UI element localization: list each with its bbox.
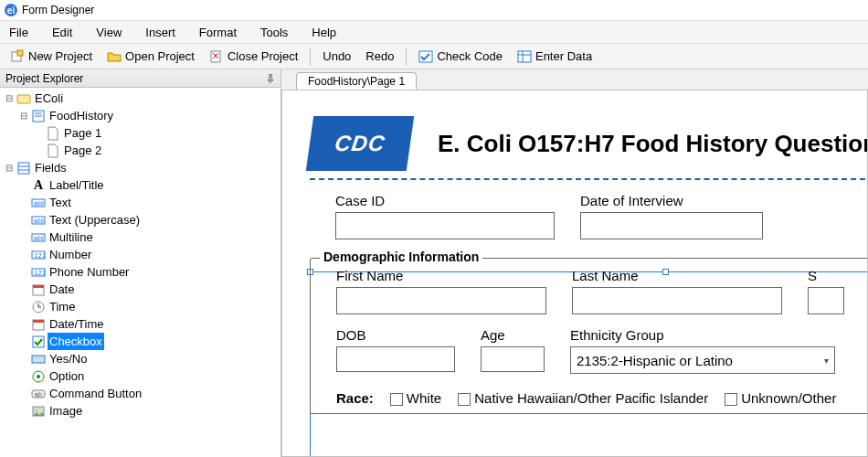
close-project-label: Close Project xyxy=(228,49,298,63)
canvas-area: FoodHistory\Page 1 CDC E. Coli O157:H7 F… xyxy=(281,69,868,457)
window-title: Form Designer xyxy=(22,4,94,16)
svg-rect-15 xyxy=(18,163,29,174)
field-type-text-upper[interactable]: ablText (Uppercase) xyxy=(2,211,279,228)
date-interview-label: Date of Interview xyxy=(580,193,763,208)
page-icon xyxy=(46,143,60,158)
phone-icon: 121 xyxy=(31,265,46,280)
menu-bar: File Edit View Insert Format Tools Help xyxy=(0,20,868,44)
field-type-phone[interactable]: 121Phone Number xyxy=(2,263,279,281)
field-type-checkbox[interactable]: Checkbox xyxy=(2,333,279,350)
field-type-date[interactable]: Date xyxy=(2,281,279,298)
field-type-number[interactable]: 121Number xyxy=(2,246,279,263)
tree-project-node[interactable]: ⊟EColi xyxy=(2,90,279,107)
first-name-label: First Name xyxy=(336,268,546,283)
app-icon: ei xyxy=(4,3,18,17)
close-project-button[interactable]: Close Project xyxy=(203,47,304,67)
page-tab-label: FoodHistory\Page 1 xyxy=(308,75,405,88)
field-type-text[interactable]: ablText xyxy=(2,194,279,211)
field-type-label-title[interactable]: ALabel/Title xyxy=(2,176,279,194)
race-option[interactable]: White xyxy=(390,390,441,406)
project-icon xyxy=(16,91,31,106)
field-type-image[interactable]: Image xyxy=(2,402,279,420)
collapse-icon[interactable]: ⊟ xyxy=(4,90,15,107)
page-tab[interactable]: FoodHistory\Page 1 xyxy=(296,72,417,90)
checkbox-icon xyxy=(725,393,737,406)
s-input[interactable] xyxy=(808,287,844,314)
date-interview-input[interactable] xyxy=(580,212,763,239)
checkbox-icon xyxy=(390,393,403,406)
enter-data-button[interactable]: Enter Data xyxy=(511,47,598,67)
new-project-label: New Project xyxy=(28,49,92,63)
label-icon: A xyxy=(31,178,46,193)
ethnicity-value: 2135:2-Hispanic or Latino xyxy=(577,353,733,368)
toolbar-separator xyxy=(406,48,407,66)
checkbox-icon xyxy=(31,335,46,349)
field-type-option[interactable]: Option xyxy=(2,367,279,385)
design-canvas[interactable]: CDC E. Coli O157:H7 Food History Questio… xyxy=(281,90,868,457)
undo-label: Undo xyxy=(323,49,351,63)
tree-page-node[interactable]: Page 2 xyxy=(2,142,279,159)
svg-text:121: 121 xyxy=(34,251,46,260)
dob-input[interactable] xyxy=(336,346,455,372)
page-label: Page 1 xyxy=(62,124,103,142)
project-tree: ⊟EColi ⊟FoodHistory Page 1 Page 2 ⊟Field… xyxy=(0,88,281,420)
fields-heading: Fields xyxy=(33,159,69,176)
svg-rect-4 xyxy=(211,51,220,62)
toolbar: New Project Open Project Close Project U… xyxy=(0,44,868,69)
ethnicity-dropdown[interactable]: 2135:2-Hispanic or Latino ▾ xyxy=(570,346,835,374)
svg-text:121: 121 xyxy=(34,269,46,277)
svg-rect-34 xyxy=(33,320,44,323)
svg-rect-35 xyxy=(33,336,44,347)
redo-label: Redo xyxy=(365,49,394,63)
date-icon xyxy=(31,282,46,297)
field-type-yesno[interactable]: Yes/No xyxy=(2,350,279,367)
menu-help[interactable]: Help xyxy=(312,26,336,39)
svg-rect-36 xyxy=(32,356,45,363)
age-label: Age xyxy=(481,327,545,343)
field-type-command-button[interactable]: abCommand Button xyxy=(2,385,279,402)
check-code-icon xyxy=(418,49,433,64)
svg-rect-3 xyxy=(17,50,23,56)
open-project-button[interactable]: Open Project xyxy=(101,47,201,67)
svg-text:abl: abl xyxy=(34,234,44,242)
undo-button[interactable]: Undo xyxy=(316,47,357,66)
project-explorer-title: Project Explorer xyxy=(5,72,83,85)
age-input[interactable] xyxy=(481,346,545,372)
pin-icon[interactable] xyxy=(266,74,275,83)
demographic-group[interactable]: Demographic Information First Name Last … xyxy=(310,258,868,414)
new-project-button[interactable]: New Project xyxy=(4,47,99,67)
case-id-input[interactable] xyxy=(335,212,555,239)
close-project-icon xyxy=(209,49,224,64)
field-type-time[interactable]: Time xyxy=(2,298,279,315)
menu-tools[interactable]: Tools xyxy=(260,26,288,39)
fields-icon xyxy=(16,161,31,175)
button-icon: ab xyxy=(31,387,46,401)
redo-button[interactable]: Redo xyxy=(359,47,400,66)
last-name-input[interactable] xyxy=(572,287,782,314)
first-name-input[interactable] xyxy=(336,287,546,314)
svg-rect-8 xyxy=(518,51,531,62)
divider xyxy=(310,178,868,180)
chevron-down-icon: ▾ xyxy=(824,356,829,366)
cdc-logo: CDC xyxy=(306,116,414,171)
field-type-multiline[interactable]: ablMultiline xyxy=(2,228,279,246)
menu-edit[interactable]: Edit xyxy=(52,26,72,39)
menu-format[interactable]: Format xyxy=(199,26,237,39)
tree-fields-node[interactable]: ⊟Fields xyxy=(2,159,279,176)
form-name: FoodHistory xyxy=(48,107,115,124)
menu-insert[interactable]: Insert xyxy=(145,26,175,39)
text-icon: abl xyxy=(31,196,46,210)
check-code-button[interactable]: Check Code xyxy=(412,47,509,67)
race-option[interactable]: Native Hawaiian/Other Pacific Islander xyxy=(458,390,708,406)
tree-page-node[interactable]: Page 1 xyxy=(2,124,279,142)
svg-point-38 xyxy=(37,375,40,378)
field-type-datetime[interactable]: Date/Time xyxy=(2,315,279,333)
collapse-icon[interactable]: ⊟ xyxy=(18,107,29,124)
svg-rect-29 xyxy=(33,285,44,288)
menu-file[interactable]: File xyxy=(9,26,28,39)
tree-form-node[interactable]: ⊟FoodHistory xyxy=(2,107,279,124)
race-option[interactable]: Unknown/Other xyxy=(725,390,836,406)
collapse-icon[interactable]: ⊟ xyxy=(4,159,15,176)
text-upper-icon: abl xyxy=(31,213,46,228)
menu-view[interactable]: View xyxy=(96,26,122,39)
